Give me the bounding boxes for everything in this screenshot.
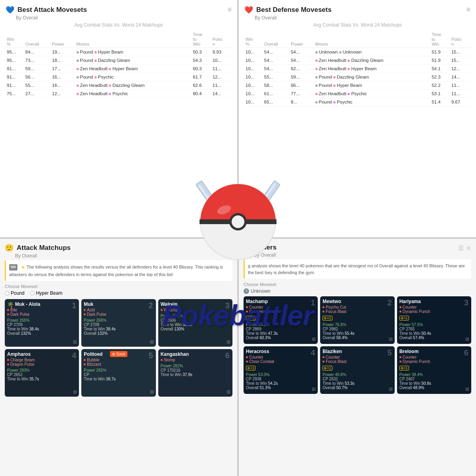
move-line: Psycho Cut xyxy=(322,305,392,309)
potion-cell: 15... xyxy=(450,56,470,65)
win-cell: 95... xyxy=(6,48,24,56)
question-icon: ? xyxy=(244,288,249,294)
defense-movesets-panel: ❤️ Best Defense Movesets ≡ By Overall Av… xyxy=(239,0,476,237)
move-name: Dynamic Punch xyxy=(249,309,277,314)
defender-card: 6 Breloom CounterDynamic Punch ⊕×1 Power… xyxy=(397,346,471,394)
def-col-moves: Moves xyxy=(314,31,431,48)
potion-cell: 14... xyxy=(450,73,470,81)
overall-stat: Overall 57.4% xyxy=(399,336,469,340)
time-cell: 50.3 xyxy=(192,48,211,56)
power-cell: 54... xyxy=(290,56,314,65)
pokemon-stats: Power 39.4% CP 2407 Time to Win 50.8s Ov… xyxy=(399,372,469,390)
move-line: Focus Blast xyxy=(322,359,392,364)
save-button[interactable]: ⊕ Save xyxy=(110,351,127,357)
win-cell: 10... xyxy=(244,48,263,56)
pokemon-name: Mewtwo xyxy=(322,299,392,304)
def-col-power: Power xyxy=(290,31,314,48)
pokemon-card: 2 Muk AcidDark Pulse Power 268% CP 2709 … xyxy=(81,299,155,347)
win-cell: 91... xyxy=(6,81,24,90)
cp-stat: CP 2606 xyxy=(161,318,230,322)
ttw-stat: Time to Win 38.4s xyxy=(7,327,77,331)
overall-stat: Overall 51.3% xyxy=(246,386,315,390)
pound-label: Pound xyxy=(11,290,25,296)
pokemon-stats: Power 282% CP 170216 Time to Win 37.9s xyxy=(161,364,230,377)
heart-blue-icon: 💙 xyxy=(6,6,14,14)
moves-cell: Zen Headbutt Psychic xyxy=(314,90,431,98)
potion-cell: 11... xyxy=(211,81,232,90)
overall-cell: 54... xyxy=(263,48,290,56)
move-line: Blizzard xyxy=(84,362,153,367)
table-row: 95... 73... 18... Pound Dazzling Gleam 5… xyxy=(6,56,232,65)
ttw-stat: Time to Win 53.3s xyxy=(322,381,392,386)
hd-badge: HD xyxy=(9,264,17,271)
pokemon-stats: Power 283% CP 2652 Time to Win 35.7s xyxy=(7,368,77,381)
defenders-icons: ☰ ≡ xyxy=(458,244,470,252)
table-row: 10... 58... 66... Pound Hyper Beam 52.2 … xyxy=(244,81,470,90)
defender-card: 1 Machamp CounterDynamic Punch ⊕×1 Power… xyxy=(244,296,318,344)
pokemon-name: Breloom xyxy=(399,349,469,354)
list-icon[interactable]: ☰ xyxy=(458,244,464,252)
defense-panel-header: ❤️ Best Defense Movesets ≡ xyxy=(244,6,470,14)
potion-cell: 12... xyxy=(450,65,470,73)
table-row: 91... 59... 17... Zen Headbutt Hyper Bea… xyxy=(6,65,232,73)
matchups-header: 🙂 Attack Matchups xyxy=(5,244,232,252)
ttw-stat: Time to Win 47.3s xyxy=(246,331,315,336)
move-line: Dark Pulse xyxy=(84,312,153,317)
power-cell: 77... xyxy=(290,90,314,98)
def-col-overall: Overall xyxy=(263,31,290,48)
defense-panel-title: Best Defense Movesets xyxy=(256,6,332,14)
win-cell: 91... xyxy=(6,73,24,81)
moves-cell: Pound Hyper Beam xyxy=(314,81,431,90)
time-cell: 54.1 xyxy=(430,65,450,73)
moveset-hyperbeam[interactable]: Hyper Beam xyxy=(30,290,63,296)
pound-radio[interactable] xyxy=(5,291,9,296)
attack-panel-desc: Avg Combat Stats Vs. Worst 24 Matchups xyxy=(6,22,232,28)
pokemon-name: Politoed xyxy=(84,351,102,357)
moves-cell: Zen Headbutt Psychic xyxy=(75,90,192,98)
matchups-subtitle: By Overall xyxy=(15,253,232,259)
move-name: Bubble xyxy=(87,358,99,362)
pokemon-rank: 2 xyxy=(388,298,392,307)
move-name: Counter xyxy=(403,305,417,309)
pokemon-rank: 4 xyxy=(72,351,76,360)
pokemon-card: 5 Politoed BubbleBlizzard Power 265% CP … xyxy=(81,349,155,397)
move-line: Counter xyxy=(399,305,469,309)
moves-cell: Zen Headbutt Hyper Beam xyxy=(314,65,431,73)
ttw-stat: Time to Win 37.9s xyxy=(161,372,230,377)
filter-icon-def[interactable]: ≡ xyxy=(467,245,470,252)
moveset-pound[interactable]: Pound xyxy=(5,290,25,296)
grid-icon: ⊞ xyxy=(226,389,230,395)
overall-cell: 58... xyxy=(263,81,290,90)
win-cell: 91... xyxy=(6,65,24,73)
hyperbeam-radio[interactable] xyxy=(30,291,35,296)
pokemon-rank: 6 xyxy=(225,351,230,360)
power-stat: Power 265% xyxy=(7,318,77,322)
multiplier: ⊕×1 xyxy=(246,366,255,370)
defense-filter-icon[interactable]: ≡ xyxy=(466,6,470,14)
attack-filter-icon[interactable]: ≡ xyxy=(227,6,232,14)
overall-stat: Overall 132% xyxy=(7,331,77,336)
def-col-time: TimetoWin xyxy=(430,31,450,48)
grid-icon: ⊞ xyxy=(150,389,154,395)
attack-panel-subtitle: By Overall xyxy=(16,15,232,21)
move-line: Dark Pulse xyxy=(7,312,77,317)
table-row: 95... 84... 19... Pound Hyper Beam 50.3 … xyxy=(6,48,232,56)
grid-icon: ⊞ xyxy=(226,339,230,345)
power-stat: Power 282% xyxy=(161,364,230,368)
move-line: Counter xyxy=(246,305,315,309)
move-line: Stomp xyxy=(161,358,230,362)
pokemon-name: Ampharos xyxy=(7,351,31,357)
choose-moveset-label: Choose Moveset xyxy=(5,284,232,289)
win-cell: 95... xyxy=(6,56,24,65)
overall-cell: 73... xyxy=(24,56,51,65)
time-cell: 80.4 xyxy=(192,90,211,98)
cp-stat: CP 2709 xyxy=(7,322,77,327)
potion-cell: 9.93 xyxy=(211,48,232,56)
cp-stat: CP 2652 xyxy=(7,372,77,377)
time-cell: 51.4 xyxy=(430,98,450,106)
ttw-stat: Time to Win 54.2s xyxy=(246,381,315,386)
pokemon-name: Heracross xyxy=(246,349,315,354)
time-cell: 60.3 xyxy=(192,65,211,73)
move-line: Counter xyxy=(246,355,315,359)
pokemon-name: Kangaskhan xyxy=(161,351,189,357)
